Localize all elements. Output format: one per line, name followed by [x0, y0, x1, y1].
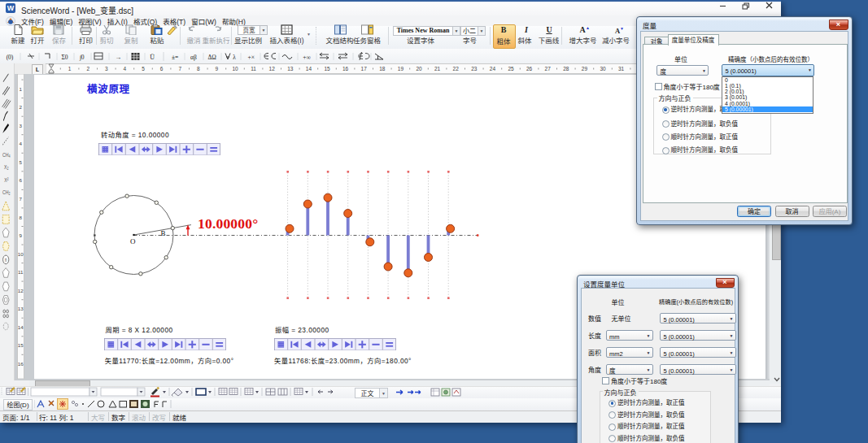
svg-text:17: 17	[361, 66, 368, 72]
svg-text:7: 7	[178, 66, 181, 72]
svg-text:13: 13	[287, 66, 294, 72]
svg-text:12: 12	[17, 288, 23, 293]
svg-text:3: 3	[19, 123, 22, 128]
svg-text:n: n	[5, 256, 7, 263]
svg-text:→: →	[115, 53, 121, 60]
svg-text:3: 3	[105, 66, 108, 72]
svg-text:∫0: ∫0	[79, 53, 85, 60]
svg-text:12: 12	[269, 66, 276, 72]
svg-text:29: 29	[582, 66, 588, 72]
svg-text:1: 1	[19, 86, 22, 92]
svg-text:4: 4	[124, 66, 127, 72]
svg-text:B: B	[161, 229, 166, 237]
svg-text:23: 23	[471, 66, 478, 72]
svg-text:20: 20	[416, 66, 422, 72]
svg-text:+×: +×	[247, 53, 254, 60]
svg-text:31: 31	[618, 66, 625, 72]
svg-text:15: 15	[17, 342, 23, 348]
svg-text:8: 8	[197, 66, 200, 72]
svg-text:18: 18	[379, 66, 386, 72]
svg-text:5: 5	[19, 159, 22, 165]
svg-text:4: 4	[19, 141, 22, 146]
svg-text:(0): (0)	[7, 53, 14, 60]
svg-text:5: 5	[142, 66, 145, 72]
svg-text:X²: X²	[4, 176, 9, 183]
svg-text:15: 15	[324, 66, 330, 72]
svg-text:6: 6	[160, 66, 164, 72]
svg-text:2: 2	[19, 104, 22, 110]
svg-text:+∞: +∞	[303, 53, 311, 60]
svg-text:22: 22	[453, 66, 460, 72]
svg-text:21: 21	[434, 66, 441, 72]
svg-text:8: 8	[19, 215, 22, 220]
svg-text:Ü: Ü	[150, 53, 155, 60]
svg-text:CH₄: CH₄	[2, 151, 11, 158]
svg-text:9: 9	[19, 232, 22, 238]
svg-text:19: 19	[398, 66, 404, 72]
svg-text:Σ0: Σ0	[61, 53, 68, 60]
svg-text:±=: ±=	[172, 53, 178, 60]
svg-text:X₂: X₂	[4, 163, 9, 170]
svg-text:O: O	[130, 237, 136, 245]
svg-text:26: 26	[526, 66, 533, 72]
svg-text:13: 13	[17, 306, 23, 311]
svg-text:27: 27	[545, 66, 552, 72]
svg-text:7: 7	[19, 196, 22, 202]
svg-text:10: 10	[232, 66, 238, 72]
svg-text:16: 16	[17, 361, 23, 367]
svg-text:ΔΩ: ΔΩ	[207, 53, 216, 60]
svg-text:CH₂: CH₂	[2, 189, 11, 195]
svg-text:10: 10	[17, 251, 23, 257]
svg-text:11: 11	[17, 269, 23, 275]
svg-text:9: 9	[216, 66, 219, 72]
svg-text:11: 11	[251, 66, 256, 72]
svg-text:1: 1	[68, 66, 72, 72]
svg-text:14: 14	[17, 324, 23, 330]
svg-text:24: 24	[490, 66, 496, 72]
svg-text:28: 28	[563, 66, 569, 72]
svg-text:25: 25	[508, 66, 514, 72]
svg-text:30: 30	[600, 66, 606, 72]
svg-text:λ: λ	[233, 53, 236, 60]
svg-text:2: 2	[86, 66, 89, 72]
svg-text:6: 6	[19, 177, 22, 183]
svg-text:αβ: αβ	[190, 53, 197, 60]
svg-text:16: 16	[342, 66, 349, 72]
svg-text:14: 14	[306, 66, 312, 72]
